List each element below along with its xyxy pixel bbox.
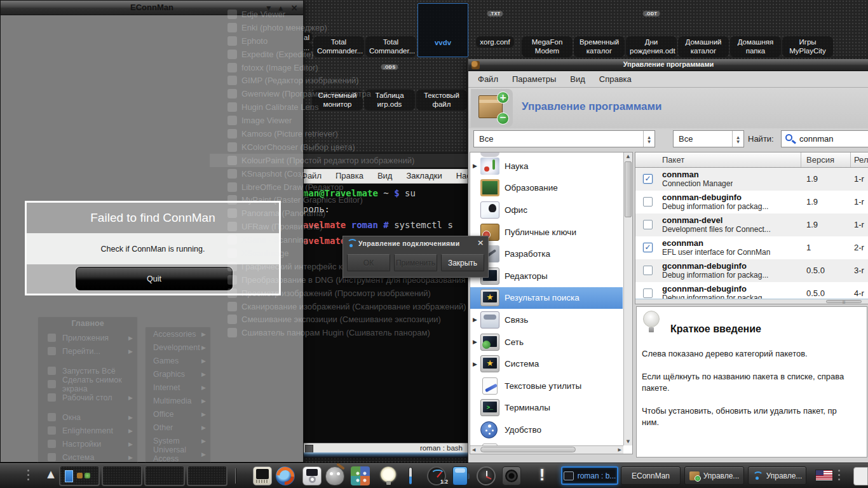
shade-icon[interactable]: ▾ [266,2,271,13]
quit-button[interactable]: Quit [76,267,233,290]
battery-icon[interactable] [452,466,468,485]
terminal-menu-item[interactable]: Правка [329,169,370,183]
taskbar-window-button[interactable]: roman : b... [561,466,618,485]
category-tree-item[interactable]: ▶ Разработка [470,243,623,265]
submenu-item[interactable]: Development ▶ [146,341,210,354]
submenu-item[interactable]: Other ▶ [146,421,210,434]
menu-item[interactable]: Система ▶ [38,451,137,464]
dialog-button[interactable]: Закрыть [441,254,484,271]
dropdown-spinner-icon[interactable]: ▲▼ [643,131,654,147]
package-table-header[interactable]: Пакет Версия Релиз [635,152,868,168]
expander-icon[interactable]: ▶ [473,316,477,323]
taskbar-window-button[interactable]: Управле... [748,466,806,485]
search-input[interactable]: connman [781,130,868,147]
scrollbar-thumb[interactable] [826,300,862,303]
category-tree-item[interactable]: ▶ Наука [470,155,623,177]
category-filter-dropdown[interactable]: Все ▲▼ [473,130,655,147]
category-tree-item[interactable]: ▶ Офис [470,199,623,221]
media-player-icon[interactable] [302,466,322,485]
desktop-icon[interactable]: Игры MyPlayCity [782,3,833,57]
menu-item[interactable]: Приложения ▶ [38,331,137,344]
package-checkbox[interactable] [643,266,653,275]
close-icon[interactable]: × [477,238,484,247]
category-tree-item[interactable]: ▶ Результаты поиска [470,287,623,309]
category-tree-item[interactable]: ▶ Удобство [470,419,623,441]
expander-icon[interactable]: ▶ [473,361,477,367]
submenu-item[interactable]: Accessories ▶ [146,327,210,341]
submenu-item[interactable]: Graphics ▶ [146,367,210,381]
dialog-button[interactable]: Применить [394,254,437,271]
tree-horizontal-scrollbar[interactable]: ◀ ▶ [470,445,623,454]
menu-item[interactable]: Вид [563,71,592,87]
temperature-gadget-icon[interactable] [407,466,413,485]
table-row[interactable]: connman-devel Development files for Conn… [635,214,868,236]
expander-icon[interactable]: ▶ [473,339,477,345]
column-header-version[interactable]: Версия [806,155,834,165]
maximize-icon[interactable]: ▴ [278,2,283,13]
econnman-titlebar[interactable]: EConnMan ▾ ▴ × [1,1,303,15]
alert-icon[interactable] [532,466,552,485]
terminal-menu-item[interactable]: Закладки [399,169,449,183]
pager-desktop-3[interactable] [144,465,185,486]
desktop-icon[interactable]: .TXT xorg.conf [470,3,520,57]
scroll-up-icon[interactable]: ▲ [624,154,632,159]
expander-icon[interactable]: ▶ [473,163,477,169]
category-tree-item[interactable]: ▶ Образование [470,177,623,200]
tree-vertical-scrollbar[interactable]: ▲ ▼ [623,152,632,445]
dialog-titlebar[interactable]: Управление подключениями × [343,236,488,250]
terminal-titlebar[interactable] [303,152,468,169]
keyboard-layout-us-flag-icon[interactable] [815,470,833,481]
scroll-right-icon[interactable]: ▶ [618,447,621,452]
scrollbar-thumb[interactable] [625,161,632,217]
menu-item[interactable]: Настройки ▶ [38,437,137,451]
submenu-item[interactable]: Universal Access ▶ [146,447,210,461]
pager-desktop-1[interactable] [59,465,100,486]
terminal-menu-item[interactable]: Настройка [449,169,468,183]
shelf-up-arrow[interactable]: ▲ [41,468,61,484]
package-checkbox[interactable] [643,174,653,184]
desktop-icon[interactable]: Total Commander... [313,3,364,57]
menu-item[interactable]: Рабочий стол ▶ [38,391,137,404]
dropdown-spinner-icon[interactable]: ▲▼ [732,131,743,147]
firefox-icon[interactable] [276,466,295,485]
dialog-button[interactable]: ОК [347,254,390,271]
package-manager-titlebar[interactable]: Управление программами [468,59,868,71]
category-tree-item[interactable]: ▶ Сеть [470,331,623,353]
desktop-icon[interactable]: .ODT Дни рождения.odt [626,3,677,57]
close-icon[interactable]: × [290,2,298,13]
menu-item[interactable]: Файл [471,71,505,87]
desktop-icon[interactable]: Временный каталог [574,3,625,57]
shelf-handle[interactable] [837,470,840,480]
taskbar-window-button[interactable]: Управле... [684,466,744,485]
desktop-icon[interactable]: vvdv [417,3,468,57]
desktop-icon[interactable]: Total Commander... [365,3,416,57]
category-tree-item[interactable]: ▶ Терминалы [470,397,623,419]
menu-item[interactable]: Окна ▶ [38,410,137,424]
gimp-icon[interactable] [325,466,344,485]
menu-item[interactable]: Параметры [505,71,563,87]
table-row[interactable]: gconnman-debuginfo Debug information for… [635,259,868,282]
column-header-release[interactable]: Релиз [854,155,868,165]
terminal-menu-item[interactable]: Файл [303,169,329,183]
package-checkbox[interactable] [643,243,653,252]
shelf-corner-box[interactable] [853,467,868,485]
shelf-handle[interactable] [27,470,29,480]
menu-item[interactable]: Перейти... ▶ [38,344,137,358]
office-suite-icon[interactable] [351,466,370,485]
scroll-down-icon[interactable]: ▼ [624,439,632,444]
package-checkbox[interactable] [643,288,653,298]
desktop-icon[interactable]: Системный монитор [312,57,363,111]
scroll-left-icon[interactable]: ◀ [472,447,475,452]
desktop-icon[interactable]: Текстовый файл [416,57,467,111]
terminal-launcher-icon[interactable] [253,466,272,485]
category-tree-item[interactable]: ▶ Связь [470,309,623,331]
clock-icon[interactable] [477,466,496,485]
submenu-item[interactable]: Multimedia ▶ [146,394,210,407]
package-checkbox[interactable] [643,220,653,229]
submenu-item[interactable]: Office ▶ [146,407,210,421]
terminal-menu-item[interactable]: Вид [370,169,400,183]
table-horizontal-scrollbar[interactable] [635,299,868,304]
package-checkbox[interactable] [643,197,653,207]
menu-item[interactable]: Сделать снимок экрана ▶ [38,377,137,391]
status-filter-dropdown[interactable]: Все ▲▼ [673,130,744,147]
